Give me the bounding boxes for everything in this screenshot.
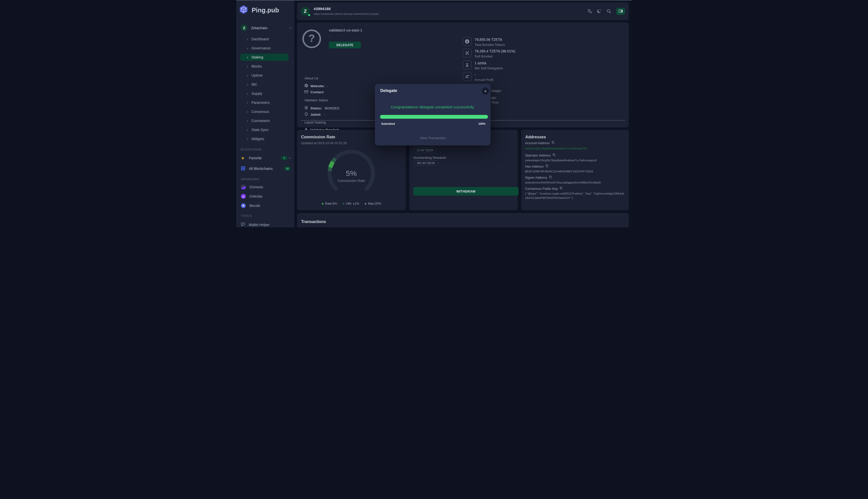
wallet-icon [619, 10, 623, 13]
addresses-card: Addresses Account Address zeta15ruj2tc76… [521, 130, 629, 210]
search-icon[interactable] [606, 9, 611, 14]
legend-dot-max [365, 203, 366, 205]
header-bar: Z #2894188 https://zetachain-athens.bloc… [297, 2, 629, 20]
delegate-button[interactable]: DELEGATE [329, 41, 361, 48]
legend-dot-rate [322, 203, 323, 205]
success-message: Congratulations! delegate completed succ… [375, 105, 490, 109]
sponsor-label: Celestia [249, 194, 262, 198]
status-title: Validator Status [305, 98, 328, 102]
sidebar-item-uptime[interactable]: ›Uptime [240, 72, 288, 79]
sidebar-item-state-sync[interactable]: ›State Sync [240, 126, 288, 133]
close-icon[interactable]: × [482, 87, 489, 95]
stat-value: 78,265.4 TZETA (98.01%) [475, 49, 515, 53]
sidebar-item-label: State Sync [251, 128, 269, 132]
copy-icon[interactable] [551, 141, 555, 145]
favorite-label: Favorite [249, 156, 281, 160]
stat-label: Min Self Delegation [475, 66, 503, 70]
blockchains-count-badge: 50 [284, 167, 291, 171]
chevron-right-icon: › [247, 100, 251, 105]
jailed-row: Jailed: - [305, 112, 325, 117]
sidebar-item-parameters[interactable]: ›Parameters [240, 99, 288, 106]
occluded-time-label: Time [491, 100, 498, 104]
sidebar-item-consensus[interactable]: ›Consensus [240, 108, 288, 115]
sidebar-item-staking[interactable]: ›Staking [240, 54, 288, 61]
copy-icon[interactable] [549, 175, 552, 180]
legend-max: Max:20% [368, 202, 381, 205]
sidebar-item-governance[interactable]: ›Governance [240, 45, 288, 52]
progress-percent: 100% [478, 122, 486, 125]
sidebar-nav: ›Dashboard ›Governance ›Staking ›Blocks … [236, 36, 294, 142]
svg-text:?!: ?! [242, 223, 244, 225]
sidebar-item-becole[interactable]: B Becole [241, 203, 291, 209]
wallet-button[interactable] [616, 8, 625, 15]
sidebar-item-label: Parameters [251, 100, 270, 105]
grid-icon [241, 166, 245, 171]
chevron-right-icon: › [247, 64, 251, 68]
sidebar-chain-selector[interactable]: Z Zetachain › [241, 24, 291, 31]
sidebar-item-widgets[interactable]: ›Widgets [240, 135, 288, 142]
sidebar-item-ibc[interactable]: ›IBC [240, 81, 288, 88]
chevron-right-icon: › [247, 119, 251, 123]
account-address-value[interactable]: zeta15ruj2tc76pnj9xtw64utktee7cc7w6vzaes… [525, 146, 625, 151]
sidebar-item-favorite[interactable]: ★ Favorite 2 › [241, 155, 291, 161]
status-label: Status: [310, 106, 322, 110]
wallet-helper-label: Wallet Helper [249, 223, 291, 227]
copy-icon[interactable] [560, 186, 563, 191]
legend-dot-24h [343, 203, 344, 205]
brand[interactable]: Ping.pub [236, 0, 294, 16]
sidebar-item-blocks[interactable]: ›Blocks [240, 63, 288, 70]
sidebar-item-label: Supply [251, 92, 262, 96]
status-row: Status: BONDED [305, 106, 340, 111]
hex-address-label: Hex Address [525, 164, 548, 168]
gauge-legend: Rate:5% 24h: ±1% Max:20% [297, 202, 406, 205]
block-height[interactable]: #2894188 [314, 7, 331, 11]
status-online-dot [308, 14, 310, 16]
sidebar-item-dashboard[interactable]: ›Dashboard [240, 36, 288, 42]
app-window: Ping.pub Z Zetachain › ›Dashboard ›Gover… [236, 0, 632, 227]
occluded-ago-value: ago [491, 96, 496, 99]
chevron-right-icon: › [247, 46, 251, 50]
addresses-title: Addresses [525, 135, 546, 139]
operator-address-value: zetavaloper15ruj2tc76pnj9xtw64utktee7cc7… [525, 158, 625, 162]
sponsor-label: Osmosis [249, 185, 263, 189]
chevron-right-icon: › [247, 55, 251, 59]
becole-logo-icon: B [241, 203, 246, 208]
status-value: BONDED [325, 106, 340, 110]
sidebar-item-celestia[interactable]: ◎ Celestia [241, 193, 291, 199]
contact-label: Contact: [310, 90, 324, 94]
occluded-height-label: Height [491, 89, 501, 93]
chevron-down-icon: › [288, 158, 292, 159]
sidebar-item-cosmwasm[interactable]: ›Cosmwasm [240, 117, 288, 124]
hex-address-value: BE5F1D9A76F4604C1114404248EF13D1FFF72A33 [525, 169, 625, 174]
chevron-right-icon: › [247, 82, 251, 86]
globe-icon [305, 84, 308, 88]
transactions-title: Transactions [301, 219, 326, 224]
legend-24h: 24h: ±1% [346, 202, 359, 205]
stat-total-bonded: $ 79,855.56 TZETATotal Bonded Tokens [463, 37, 505, 47]
chain-name: Zetachain [251, 26, 289, 30]
top-accent-line [236, 0, 632, 0]
sidebar-item-wallet-helper[interactable]: ?! Wallet Helper [241, 221, 291, 227]
commission-updated-at: Updated at 2023-10-04 20:31:28 [301, 142, 347, 145]
sidebar-item-label: Dashboard [251, 37, 269, 41]
celestia-logo-icon: ◎ [241, 194, 246, 199]
stat-min-self-delegation: 1 azetaMin Self Delegation [463, 60, 503, 70]
percent-icon [463, 49, 472, 58]
translate-icon[interactable] [587, 9, 592, 14]
sidebar-item-label: Widgets [251, 137, 264, 141]
contact-row: Contact: [305, 90, 324, 94]
svg-text:$: $ [466, 40, 468, 43]
outstanding-amount-badge: 367.44 TZETA [413, 160, 438, 166]
sidebar-item-all-blockchains[interactable]: All Blockchains 50 [241, 165, 291, 172]
website-value: - [327, 84, 329, 88]
copy-icon[interactable] [552, 153, 556, 157]
outstanding-rewards-label: Outstanding Rewards [413, 156, 446, 159]
view-transaction-link[interactable]: View Transaction [375, 136, 490, 140]
withdraw-button[interactable]: WITHDRAW [413, 187, 519, 196]
sidebar-item-label: Staking [251, 55, 263, 59]
sidebar-item-supply[interactable]: ›Supply [240, 90, 288, 97]
transactions-card: Transactions [297, 213, 629, 227]
dark-mode-moon-icon[interactable] [597, 9, 602, 14]
copy-icon[interactable] [546, 164, 548, 168]
sidebar-item-osmosis[interactable]: Osmosis [241, 184, 291, 190]
